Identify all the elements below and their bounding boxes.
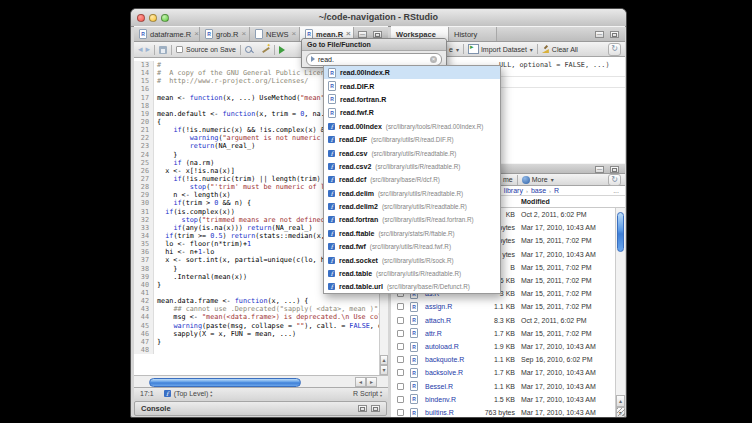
close-tab-icon[interactable] bbox=[242, 31, 247, 37]
tab-news[interactable]: NEWS bbox=[250, 27, 300, 41]
goto-file-function-popup: Go to File/Function read. bbox=[301, 38, 447, 68]
breadcrumb-more-button[interactable]: ... bbox=[613, 187, 619, 194]
refresh-icon[interactable] bbox=[608, 43, 621, 56]
minimize-pane-icon[interactable] bbox=[358, 31, 367, 38]
hscroll-thumb[interactable] bbox=[149, 378, 301, 387]
goto-result-item[interactable]: read.fwf(src/library/utils/R/read.fwf.R) bbox=[324, 240, 500, 253]
breadcrumb-item[interactable]: R bbox=[554, 187, 559, 194]
window-titlebar[interactable]: ~/code-navigation - RStudio bbox=[131, 9, 626, 27]
restore-pane-icon[interactable] bbox=[358, 405, 367, 412]
result-path: (src/library/utils/R/readtable.R) bbox=[375, 163, 460, 170]
goto-result-item[interactable]: read.00Index(src/library/tools/R/read.00… bbox=[324, 120, 500, 133]
code-text: lo <- floor(n*trim)+1 bbox=[154, 240, 251, 248]
file-checkbox[interactable] bbox=[397, 396, 404, 403]
rename-button-partial[interactable]: me bbox=[503, 176, 513, 183]
code-text: if (na.rm) bbox=[154, 159, 214, 167]
vscroll-thumb[interactable] bbox=[617, 212, 624, 252]
result-path: (src/library/base/R/Defunct.R) bbox=[387, 283, 470, 290]
scroll-up-icon[interactable]: ▴ bbox=[380, 355, 388, 365]
breadcrumb-item[interactable]: library bbox=[504, 187, 523, 194]
save-workspace-button-partial[interactable]: e bbox=[449, 46, 459, 53]
goto-result-item[interactable]: read.00Index.R bbox=[324, 66, 500, 79]
file-checkbox[interactable] bbox=[397, 317, 404, 324]
import-dataset-button[interactable]: Import Dataset bbox=[481, 46, 533, 53]
function-icon bbox=[328, 243, 335, 250]
code-tools-wand-icon[interactable] bbox=[261, 45, 270, 54]
goto-result-item[interactable]: read.fortran(src/library/utils/R/read.fo… bbox=[324, 213, 500, 226]
goto-result-item[interactable]: read.fwf.R bbox=[324, 106, 500, 119]
files-vscrollbar[interactable]: ▴ ▾ bbox=[615, 208, 625, 418]
goto-result-item[interactable]: read.csv(src/library/utils/R/readtable.R… bbox=[324, 146, 500, 159]
code-text: # bbox=[154, 61, 161, 69]
save-icon[interactable] bbox=[159, 46, 167, 54]
console-pane-header[interactable]: Console bbox=[134, 401, 387, 416]
goto-result-item[interactable]: read.delim2(src/library/utils/R/readtabl… bbox=[324, 200, 500, 213]
file-name[interactable]: attr.R bbox=[425, 330, 442, 337]
back-arrow-icon[interactable]: ◂ bbox=[138, 45, 143, 54]
tab-dataframe[interactable]: dataframe.R bbox=[134, 27, 200, 41]
goto-result-item[interactable]: read.dcf(src/library/base/R/dcf.R) bbox=[324, 173, 500, 186]
file-checkbox[interactable] bbox=[397, 383, 404, 390]
scroll-down-icon[interactable]: ▾ bbox=[380, 365, 388, 375]
maximize-pane-icon[interactable] bbox=[371, 405, 380, 412]
close-tab-icon[interactable] bbox=[292, 31, 297, 37]
file-row[interactable]: backsolve.R1.7 KBMar 17, 2010, 10:43 AM bbox=[391, 366, 615, 379]
file-row[interactable]: builtins.R763 bytesMar 17, 2010, 10:43 A… bbox=[391, 406, 615, 418]
maximize-pane-icon[interactable] bbox=[610, 31, 619, 38]
line-number: 18 bbox=[134, 102, 154, 110]
file-checkbox[interactable] bbox=[397, 356, 404, 363]
file-checkbox[interactable] bbox=[397, 303, 404, 310]
minimize-pane-icon[interactable] bbox=[595, 31, 604, 38]
goto-result-item[interactable]: read.socket(src/library/utils/R/sock.R) bbox=[324, 253, 500, 266]
goto-result-item[interactable]: read.table.url(src/library/base/R/Defunc… bbox=[324, 280, 500, 293]
file-checkbox[interactable] bbox=[397, 330, 404, 337]
tab-history[interactable]: History bbox=[449, 27, 497, 41]
maximize-pane-icon[interactable] bbox=[373, 31, 382, 38]
function-icon bbox=[328, 216, 335, 223]
close-tab-icon[interactable] bbox=[194, 31, 199, 37]
close-tab-icon[interactable] bbox=[346, 31, 351, 37]
code-text: } bbox=[154, 265, 177, 273]
goto-result-item[interactable]: read.csv2(src/library/utils/R/readtable.… bbox=[324, 160, 500, 173]
file-row[interactable]: autoload.R1.9 KBMar 17, 2010, 10:43 AM bbox=[391, 340, 615, 353]
line-number: 23 bbox=[134, 142, 154, 150]
source-on-save-checkbox[interactable] bbox=[176, 46, 183, 53]
more-button[interactable]: More bbox=[532, 176, 554, 183]
refresh-icon[interactable] bbox=[608, 174, 621, 186]
goto-result-item[interactable]: read.table(src/library/utils/R/readtable… bbox=[324, 267, 500, 280]
goto-result-item[interactable]: read.DIF(src/library/utils/R/read.DIF.R) bbox=[324, 133, 500, 146]
file-row[interactable]: bindenv.R1.5 KBMar 17, 2010, 10:43 AM bbox=[391, 393, 615, 406]
scroll-left-icon[interactable]: ◂ bbox=[355, 377, 366, 387]
column-modified[interactable]: Modified bbox=[521, 198, 550, 205]
file-checkbox[interactable] bbox=[397, 369, 404, 376]
scroll-right-icon[interactable]: ▸ bbox=[366, 377, 377, 387]
tab-grob[interactable]: grob.R bbox=[200, 27, 250, 41]
clear-search-icon[interactable] bbox=[430, 56, 437, 63]
file-checkbox[interactable] bbox=[397, 409, 404, 416]
result-path: (src/library/stats/R/ftable.R) bbox=[378, 230, 454, 237]
file-row[interactable]: attach.R8.3 KBOct 2, 2011, 6:02 PM bbox=[391, 314, 615, 327]
goto-result-item[interactable]: read.delim(src/library/utils/R/readtable… bbox=[324, 187, 500, 200]
goto-search-input[interactable]: read. bbox=[306, 53, 442, 66]
window-resize-grip[interactable] bbox=[617, 408, 625, 416]
goto-result-item[interactable]: read.fortran.R bbox=[324, 93, 500, 106]
scroll-up-icon[interactable]: ▴ bbox=[616, 395, 625, 407]
clear-all-button[interactable]: Clear All bbox=[552, 46, 578, 53]
file-row[interactable]: backquote.R1.1 KBSep 16, 2010, 6:02 PM bbox=[391, 353, 615, 366]
minimize-pane-icon[interactable] bbox=[595, 166, 604, 173]
scope-selector[interactable]: (Top Level) bbox=[174, 390, 213, 398]
file-row[interactable]: Bessel.R1.1 KBMar 17, 2010, 10:43 AM bbox=[391, 380, 615, 393]
breadcrumb-item[interactable]: base bbox=[531, 187, 546, 194]
forward-arrow-icon[interactable]: ▸ bbox=[146, 45, 151, 54]
search-icon[interactable] bbox=[245, 46, 252, 53]
file-checkbox[interactable] bbox=[397, 343, 404, 350]
file-modified: Mar 17, 2010, 10:43 AM bbox=[521, 369, 596, 376]
file-row[interactable]: assign.R1.1 KBMar 15, 2011, 7:02 PM bbox=[391, 300, 615, 313]
file-row[interactable]: attr.R1.7 KBMar 15, 2011, 7:02 PM bbox=[391, 327, 615, 340]
source-run-icon[interactable] bbox=[279, 46, 285, 54]
maximize-pane-icon[interactable] bbox=[610, 166, 619, 173]
editor-hscrollbar[interactable]: ◂ ▸ bbox=[134, 375, 388, 387]
goto-result-item[interactable]: read.DIF.R bbox=[324, 79, 500, 92]
doc-type-selector[interactable]: R Script bbox=[353, 390, 382, 398]
goto-result-item[interactable]: read.ftable(src/library/stats/R/ftable.R… bbox=[324, 227, 500, 240]
